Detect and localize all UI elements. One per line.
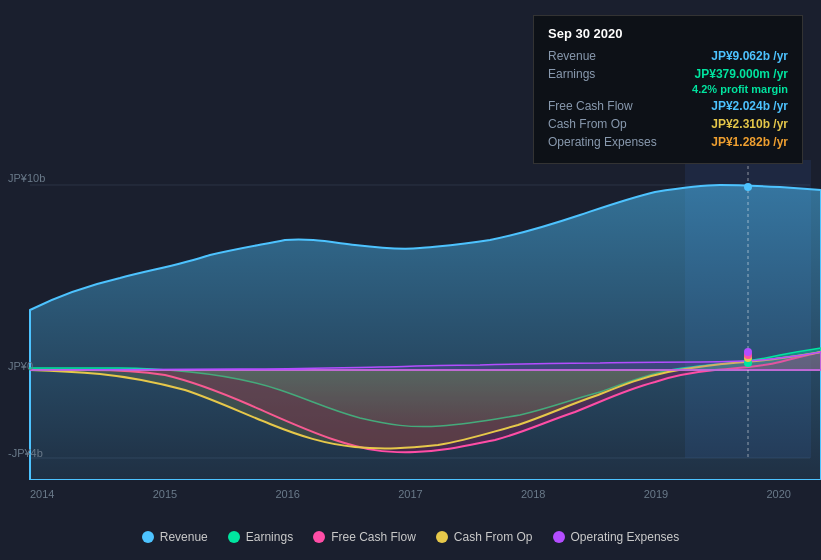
legend-dot-earnings <box>228 531 240 543</box>
x-axis: 2014 2015 2016 2017 2018 2019 2020 <box>0 488 821 500</box>
tooltip-revenue-value: JP¥9.062b /yr <box>711 49 788 63</box>
x-label-2018: 2018 <box>521 488 545 500</box>
legend-dot-opex <box>553 531 565 543</box>
legend-label-fcf: Free Cash Flow <box>331 530 416 544</box>
profit-margin-label: profit margin <box>720 83 788 95</box>
svg-point-5 <box>744 183 752 191</box>
x-label-2015: 2015 <box>153 488 177 500</box>
x-label-2016: 2016 <box>276 488 300 500</box>
tooltip-date: Sep 30 2020 <box>548 26 788 41</box>
tooltip-opex-label: Operating Expenses <box>548 135 657 149</box>
legend-dot-fcf <box>313 531 325 543</box>
tooltip-earnings-value: JP¥379.000m /yr <box>695 67 788 81</box>
x-label-2020: 2020 <box>767 488 791 500</box>
legend-label-cashfromop: Cash From Op <box>454 530 533 544</box>
legend-label-opex: Operating Expenses <box>571 530 680 544</box>
tooltip-fcf-value: JP¥2.024b /yr <box>711 99 788 113</box>
legend-label-revenue: Revenue <box>160 530 208 544</box>
legend-revenue[interactable]: Revenue <box>142 530 208 544</box>
tooltip-fcf-label: Free Cash Flow <box>548 99 633 113</box>
tooltip-cashfromop-row: Cash From Op JP¥2.310b /yr <box>548 117 788 131</box>
x-label-2019: 2019 <box>644 488 668 500</box>
x-label-2014: 2014 <box>30 488 54 500</box>
tooltip-revenue-row: Revenue JP¥9.062b /yr <box>548 49 788 63</box>
tooltip-cashfromop-label: Cash From Op <box>548 117 627 131</box>
legend: Revenue Earnings Free Cash Flow Cash Fro… <box>0 530 821 544</box>
tooltip-opex-row: Operating Expenses JP¥1.282b /yr <box>548 135 788 149</box>
legend-earnings[interactable]: Earnings <box>228 530 293 544</box>
legend-label-earnings: Earnings <box>246 530 293 544</box>
tooltip-revenue-label: Revenue <box>548 49 596 63</box>
legend-opex[interactable]: Operating Expenses <box>553 530 680 544</box>
x-label-2017: 2017 <box>398 488 422 500</box>
y-label-top: JP¥10b <box>8 172 45 184</box>
tooltip-earnings-label: Earnings <box>548 67 595 81</box>
profit-margin-pct: 4.2% <box>692 83 717 95</box>
tooltip-fcf-row: Free Cash Flow JP¥2.024b /yr <box>548 99 788 113</box>
legend-fcf[interactable]: Free Cash Flow <box>313 530 416 544</box>
svg-point-9 <box>744 348 752 356</box>
legend-cashfromop[interactable]: Cash From Op <box>436 530 533 544</box>
tooltip-earnings-row: Earnings JP¥379.000m /yr <box>548 67 788 81</box>
y-label-bot: -JP¥4b <box>8 447 43 459</box>
y-label-mid: JP¥0 <box>8 360 33 372</box>
chart-container: JP¥10b JP¥0 -JP¥4b 2014 2015 2016 2017 2… <box>0 0 821 560</box>
tooltip-cashfromop-value: JP¥2.310b /yr <box>711 117 788 131</box>
tooltip-opex-value: JP¥1.282b /yr <box>711 135 788 149</box>
legend-dot-cashfromop <box>436 531 448 543</box>
legend-dot-revenue <box>142 531 154 543</box>
profit-margin-row: 4.2% profit margin <box>548 83 788 95</box>
tooltip-box: Sep 30 2020 Revenue JP¥9.062b /yr Earnin… <box>533 15 803 164</box>
